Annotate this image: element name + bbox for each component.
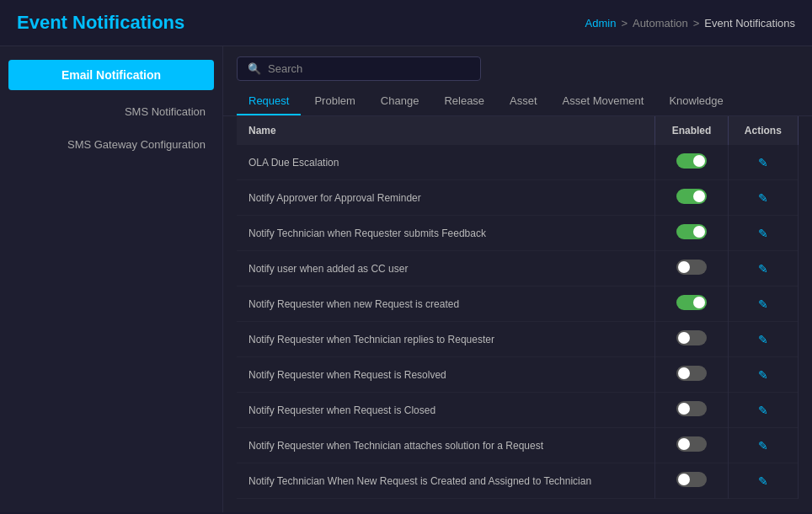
edit-icon-8[interactable]: ✎ [758,439,768,452]
edit-icon-7[interactable]: ✎ [758,404,768,417]
row-actions-9: ✎ [728,463,798,499]
table-row: Notify Technician when Requester submits… [237,216,799,251]
row-enabled-9 [655,463,728,499]
toggle-0[interactable] [676,153,707,169]
edit-icon-4[interactable]: ✎ [758,297,768,311]
col-actions: Actions [728,116,798,145]
tab-problem[interactable]: Problem [302,88,366,115]
row-actions-7: ✎ [728,393,798,428]
row-enabled-4 [655,286,728,322]
edit-icon-9[interactable]: ✎ [758,474,768,488]
search-input[interactable] [268,62,470,75]
row-actions-3: ✎ [728,251,798,286]
edit-icon-5[interactable]: ✎ [758,333,768,346]
breadcrumb-admin[interactable]: Admin [585,17,617,29]
sidebar-item-sms-notification[interactable]: SMS Notification [0,95,222,128]
table-row: Notify Requester when Request is Resolve… [237,357,799,393]
tab-asset[interactable]: Asset [498,88,549,115]
row-actions-6: ✎ [728,357,798,393]
row-name-0: OLA Due Escalation [237,145,655,180]
search-bar: 🔍 [223,46,812,81]
toggle-9[interactable] [676,472,707,487]
tab-knowledge[interactable]: Knowledge [657,88,735,115]
row-actions-1: ✎ [728,180,798,216]
table-row: Notify Requester when new Request is cre… [237,286,799,322]
row-enabled-1 [655,180,728,216]
breadcrumb-sep-1: > [621,17,628,29]
toggle-2[interactable] [676,224,707,239]
row-name-6: Notify Requester when Request is Resolve… [237,357,655,393]
tab-request[interactable]: Request [237,88,301,115]
row-name-3: Notify user when added as CC user [237,251,655,286]
row-enabled-7 [655,393,728,428]
row-enabled-3 [655,251,728,286]
toggle-1[interactable] [676,189,707,204]
row-actions-4: ✎ [728,286,798,322]
table-row: Notify Approver for Approval Reminder✎ [237,180,799,216]
edit-icon-3[interactable]: ✎ [758,262,768,276]
sidebar: Email Notification SMS Notification SMS … [0,46,223,512]
col-name: Name [237,116,655,145]
search-wrapper: 🔍 [237,56,481,81]
row-name-5: Notify Requester when Technician replies… [237,322,655,357]
breadcrumb-sep-2: > [693,17,700,29]
notifications-table: Name Enabled Actions OLA Due Escalation✎… [237,116,799,499]
row-actions-0: ✎ [728,145,798,180]
page-header: Event Notifications Admin > Automation >… [0,0,812,46]
page-title: Event Notifications [17,12,184,34]
row-enabled-8 [655,428,728,463]
tab-release[interactable]: Release [432,88,496,115]
tab-bar: RequestProblemChangeReleaseAssetAsset Mo… [223,88,812,116]
breadcrumb: Admin > Automation > Event Notifications [585,17,795,29]
table-row: OLA Due Escalation✎ [237,145,799,180]
toggle-3[interactable] [676,260,707,275]
row-actions-8: ✎ [728,428,798,463]
toggle-5[interactable] [676,330,707,345]
breadcrumb-automation: Automation [633,17,688,29]
tab-asset-movement[interactable]: Asset Movement [551,88,656,115]
search-icon: 🔍 [248,62,261,75]
col-enabled: Enabled [655,116,728,145]
row-actions-5: ✎ [728,322,798,357]
table-row: Notify Requester when Request is Closed✎ [237,393,799,428]
table-row: Notify Requester when Technician attache… [237,428,799,463]
row-name-8: Notify Requester when Technician attache… [237,428,655,463]
row-name-9: Notify Technician When New Request is Cr… [237,463,655,499]
row-enabled-2 [655,216,728,251]
row-name-4: Notify Requester when new Request is cre… [237,286,655,322]
row-name-2: Notify Technician when Requester submits… [237,216,655,251]
toggle-6[interactable] [676,366,707,381]
toggle-7[interactable] [676,401,707,416]
table-container: Name Enabled Actions OLA Due Escalation✎… [223,116,812,512]
table-row: Notify Technician When New Request is Cr… [237,463,799,499]
edit-icon-1[interactable]: ✎ [758,191,768,205]
row-enabled-6 [655,357,728,393]
toggle-4[interactable] [676,295,707,310]
sidebar-item-sms-gateway[interactable]: SMS Gateway Configuration [0,128,222,161]
edit-icon-0[interactable]: ✎ [758,156,768,169]
main-content: 🔍 RequestProblemChangeReleaseAssetAsset … [223,46,812,512]
table-row: Notify user when added as CC user✎ [237,251,799,286]
tab-change[interactable]: Change [369,88,431,115]
edit-icon-6[interactable]: ✎ [758,368,768,382]
toggle-8[interactable] [676,436,707,452]
row-enabled-5 [655,322,728,357]
row-name-7: Notify Requester when Request is Closed [237,393,655,428]
breadcrumb-current: Event Notifications [704,17,795,29]
table-row: Notify Requester when Technician replies… [237,322,799,357]
row-enabled-0 [655,145,728,180]
main-layout: Email Notification SMS Notification SMS … [0,46,812,512]
email-notification-button[interactable]: Email Notification [8,60,214,90]
row-name-1: Notify Approver for Approval Reminder [237,180,655,216]
row-actions-2: ✎ [728,216,798,251]
edit-icon-2[interactable]: ✎ [758,227,768,240]
